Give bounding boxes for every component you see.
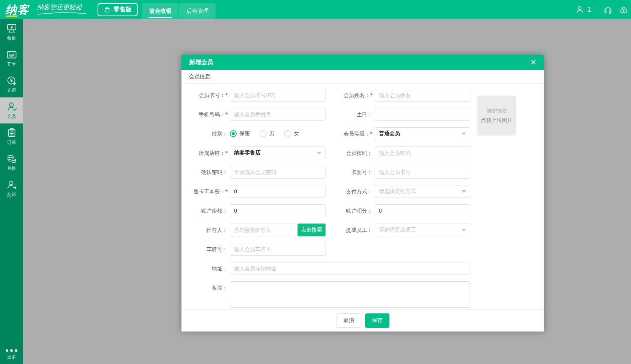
left-sidebar: ¥ 收银 VIP 开卡 (0, 19, 23, 364)
sidebar-item-label: 充值 (7, 87, 16, 94)
gender-radio-female[interactable]: 女 (284, 130, 299, 137)
photo-upload-box[interactable]: 300*300 点我上传图片 (478, 96, 516, 136)
commission-staff-select[interactable]: 请选择提成员工 (375, 224, 470, 236)
field-label: 地址： (181, 262, 228, 275)
field-label: 会员姓名：* (326, 89, 372, 102)
field-label: 车牌号： (181, 243, 228, 256)
field-label: 支付方式： (326, 185, 372, 198)
recharge-yuan-plus-icon: ¥ (6, 75, 17, 86)
field-label-text: 支付方式： (346, 188, 372, 194)
referrer-field: 点击搜索 (230, 224, 326, 236)
svg-text:VIP: VIP (9, 54, 14, 57)
form-row: 确认密码： 卡面号： (181, 166, 544, 179)
field-label-text: 卡面号： (351, 169, 372, 175)
plate-no-input[interactable] (230, 243, 326, 256)
sidebar-item-members[interactable]: 会员 (0, 97, 23, 123)
field-label-text: 会员姓名： (344, 92, 370, 98)
store-select[interactable]: 纳客零售店 (230, 147, 326, 159)
radio-label: 保密 (239, 130, 250, 137)
headset-icon[interactable] (603, 5, 612, 14)
close-icon[interactable]: ✕ (530, 59, 536, 66)
field-label-text: 车牌号： (206, 246, 228, 252)
radio-label: 男 (269, 130, 274, 137)
brand-logo: 纳客 (5, 4, 29, 15)
field-label-text: 所属店铺： (199, 150, 225, 156)
address-input[interactable] (230, 262, 470, 275)
sidebar-item-more[interactable]: 更多 (0, 349, 23, 360)
field-label-text: 会员密码： (346, 150, 372, 156)
form-row: 备注： (181, 281, 544, 308)
field-label: 卡面号： (326, 166, 372, 179)
remark-textarea[interactable] (230, 281, 470, 308)
tab-front-cashier[interactable]: 前台收银 (142, 3, 178, 19)
points-input[interactable] (375, 204, 470, 217)
field-label: 账户余额： (181, 204, 228, 217)
chevron-down-icon (462, 229, 466, 231)
member-name-input[interactable] (375, 89, 470, 102)
section-title: 会员信息 (181, 70, 544, 84)
upload-size-text: 300*300 (487, 106, 506, 116)
sidebar-nav: ¥ 收银 VIP 开卡 (0, 19, 23, 202)
sidebar-item-cashier[interactable]: ¥ 收银 (0, 19, 23, 45)
field-label-text: 备注： (212, 285, 228, 291)
sidebar-more-label: 更多 (7, 354, 16, 360)
referrer-search-button[interactable]: 点击搜索 (298, 224, 326, 236)
edition-badge-label: 零售版 (113, 6, 132, 14)
brand-slogan: 纳客管店更轻松 (37, 3, 87, 15)
field-label: 推荐人： (181, 224, 228, 236)
user-icon[interactable] (575, 5, 584, 14)
gender-radio-male[interactable]: 男 (260, 130, 274, 137)
field-label: 备注： (181, 281, 228, 294)
sidebar-item-recharge[interactable]: ¥ 充值 (0, 71, 23, 97)
logged-user-count: 1 (587, 6, 591, 14)
sidebar-item-label: 订单 (7, 139, 16, 146)
phone-input[interactable] (230, 108, 326, 121)
pay-method-select[interactable]: 请选择支付方式 (375, 185, 470, 198)
field-label: 会员密码： (326, 147, 372, 159)
field-label-text: 确认密码： (201, 169, 228, 175)
lock-icon[interactable] (619, 5, 628, 14)
card-no-input[interactable] (230, 89, 326, 102)
edition-badge[interactable]: 零售版 (98, 3, 138, 16)
balance-input[interactable] (230, 204, 326, 217)
card-face-no-input[interactable] (375, 166, 470, 179)
vip-card-icon: VIP (6, 49, 17, 60)
sidebar-item-open-card[interactable]: VIP 开卡 (0, 45, 23, 71)
field-label: 会员等级：* (326, 127, 372, 140)
required-asterisk: * (226, 150, 228, 156)
select-placeholder: 请选择提成员工 (379, 227, 416, 233)
slogan-underline-swoosh (37, 12, 87, 15)
logo-accent-bar (6, 15, 18, 17)
form-row: 所属店铺：* 纳客零售店 会员密码： (181, 147, 544, 159)
radio-icon (284, 130, 291, 137)
tab-backend-admin[interactable]: 后台管理 (179, 3, 216, 19)
form-row: 推荐人： 点击搜索 提成员工： 请选择提成员工 (181, 224, 544, 236)
field-label: 所属店铺：* (181, 147, 228, 159)
card-fee-input[interactable] (230, 185, 326, 198)
cancel-button[interactable]: 取消 (336, 313, 361, 328)
field-label-text: 推荐人： (206, 227, 228, 233)
save-button[interactable]: 保存 (365, 313, 389, 328)
sidebar-item-orders[interactable]: 订单 (0, 123, 23, 150)
more-dots-icon (6, 349, 17, 352)
password-input[interactable] (375, 147, 470, 159)
confirm-password-input[interactable] (230, 166, 326, 179)
brand-logo-text: 纳客 (5, 3, 29, 16)
member-level-select[interactable]: 普通会员 (375, 127, 470, 140)
required-asterisk: * (371, 131, 372, 137)
form-row: 车牌号： (181, 243, 544, 256)
select-value: 普通会员 (379, 130, 400, 137)
gender-radio-secret[interactable]: 保密 (230, 130, 250, 137)
field-label: 性别： (181, 127, 228, 140)
birthday-input[interactable] (375, 108, 470, 121)
field-label: 售卡工本费：* (181, 185, 228, 198)
required-asterisk: * (226, 111, 228, 117)
sidebar-item-exchange[interactable]: 兑换 (0, 150, 23, 176)
svg-text:¥: ¥ (10, 25, 13, 29)
sidebar-item-label: 兑换 (7, 165, 16, 172)
orders-clipboard-icon (6, 127, 17, 139)
field-label: 提成员工： (326, 224, 372, 236)
sidebar-item-label: 会员 (7, 113, 16, 120)
select-value: 纳客零售店 (234, 150, 260, 156)
sidebar-item-shift-change[interactable]: 交班 (0, 176, 23, 202)
